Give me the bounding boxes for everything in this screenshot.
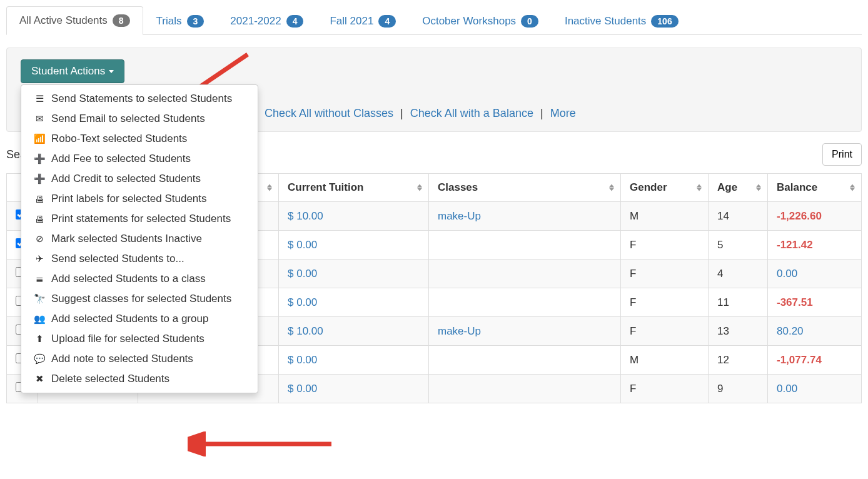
balance-value[interactable]: 80.20: [777, 325, 804, 337]
tab-label: All Active Students: [19, 14, 108, 27]
col-label: Gender: [630, 181, 667, 193]
dropdown-item-label: Add note to selected Students: [51, 353, 193, 365]
cell-age: 9: [709, 375, 768, 403]
col-classes[interactable]: Classes: [429, 174, 621, 202]
balance-value[interactable]: -367.51: [777, 296, 813, 308]
tab-fall-2021[interactable]: Fall 20214: [316, 6, 409, 35]
sort-icon: [417, 184, 422, 191]
tab-badge: 4: [286, 15, 304, 28]
dropdown-item-label: Add selected Students to a class: [51, 273, 206, 285]
cell-tuition: $ 0.00: [279, 346, 429, 375]
cell-classes: [429, 260, 621, 288]
tuition-link[interactable]: $ 0.00: [288, 239, 317, 251]
dropdown-item-suggest-classes-for-selected-students[interactable]: 🔭Suggest classes for selected Students: [21, 289, 258, 309]
cell-classes: [429, 231, 621, 260]
dropdown-item-print-statements-for-selected-students[interactable]: 🖶Print statements for selected Students: [21, 209, 258, 229]
cell-tuition: $ 10.00: [279, 202, 429, 231]
print-button[interactable]: Print: [822, 143, 862, 166]
student-actions-button[interactable]: Student Actions: [21, 59, 124, 83]
signal-icon: 📶: [34, 133, 45, 144]
tuition-link[interactable]: $ 10.00: [288, 210, 323, 222]
cell-age: 13: [709, 317, 768, 346]
balance-value[interactable]: -121.42: [777, 239, 813, 251]
plus-circle-icon: ➕: [34, 153, 45, 164]
tab-badge: 3: [187, 15, 204, 28]
tab-label: 2021-2022: [230, 15, 281, 28]
send-icon: ✈: [34, 253, 45, 265]
cell-classes: [429, 288, 621, 317]
more-link[interactable]: More: [550, 107, 576, 119]
tuition-link[interactable]: $ 0.00: [288, 296, 317, 308]
tab-all-active-students[interactable]: All Active Students8: [6, 6, 143, 35]
dropdown-item-upload-file-for-selected-students[interactable]: ⬆Upload file for selected Students: [21, 329, 258, 349]
dropdown-item-label: Robo-Text selected Students: [51, 133, 187, 145]
cell-gender: M: [621, 202, 709, 231]
check-with-balance-link[interactable]: Check All with a Balance: [410, 107, 533, 119]
tab-label: October Workshops: [422, 15, 516, 28]
class-link[interactable]: make-Up: [438, 325, 481, 337]
cell-gender: F: [621, 317, 709, 346]
binoculars-icon: 🔭: [34, 293, 45, 305]
dropdown-item-send-selected-students-to[interactable]: ✈Send selected Students to...: [21, 249, 258, 269]
cell-tuition: $ 10.00: [279, 317, 429, 346]
tab-badge: 8: [113, 14, 130, 27]
check-without-classes-link[interactable]: Check All without Classes: [265, 107, 393, 119]
tabs-bar: All Active Students8Trials32021-20224Fal…: [6, 6, 862, 35]
cell-age: 4: [709, 260, 768, 288]
tuition-link[interactable]: $ 0.00: [288, 268, 317, 280]
dropdown-item-send-statements-to-selected-students[interactable]: ☰Send Statements to selected Students: [21, 89, 258, 109]
tab-label: Trials: [156, 15, 182, 28]
dropdown-item-add-fee-to-selected-students[interactable]: ➕Add Fee to selected Students: [21, 149, 258, 169]
print-icon: 🖶: [34, 214, 45, 224]
dropdown-item-add-note-to-selected-students[interactable]: 💬Add note to selected Students: [21, 349, 258, 369]
balance-value[interactable]: -1,226.60: [777, 210, 822, 222]
upload-icon: ⬆: [34, 333, 45, 345]
tuition-link[interactable]: $ 0.00: [288, 354, 317, 366]
class-link[interactable]: make-Up: [438, 210, 481, 222]
dropdown-item-add-selected-students-to-a-group[interactable]: 👥Add selected Students to a group: [21, 309, 258, 329]
balance-value[interactable]: 0.00: [777, 383, 797, 395]
users-icon: 👥: [34, 313, 45, 325]
dropdown-item-mark-selected-students-inactive[interactable]: ⊘Mark selected Students Inactive: [21, 229, 258, 249]
dropdown-item-add-selected-students-to-a-class[interactable]: ≣Add selected Students to a class: [21, 269, 258, 289]
col-gender[interactable]: Gender: [621, 174, 709, 202]
dropdown-item-label: Upload file for selected Students: [51, 333, 204, 345]
col-label: Current Tuition: [288, 181, 364, 193]
dropdown-item-label: Add selected Students to a group: [51, 313, 208, 325]
sort-icon: [697, 184, 702, 191]
cell-tuition: $ 0.00: [279, 375, 429, 403]
plus-circle-icon: ➕: [34, 173, 45, 184]
ban-icon: ⊘: [34, 233, 45, 245]
tab-badge: 0: [521, 15, 538, 28]
mail-icon: ✉: [34, 113, 45, 124]
cell-age: 14: [709, 202, 768, 231]
balance-value[interactable]: -1,077.74: [777, 354, 822, 366]
col-balance[interactable]: Balance: [768, 174, 862, 202]
times-icon: ✖: [34, 373, 45, 385]
tab-inactive-students[interactable]: Inactive Students106: [552, 6, 692, 35]
cell-gender: F: [621, 260, 709, 288]
cell-balance: -367.51: [768, 288, 862, 317]
dropdown-item-delete-selected-students[interactable]: ✖Delete selected Students: [21, 369, 258, 389]
dropdown-item-label: Send selected Students to...: [51, 253, 184, 265]
dropdown-item-label: Print statements for selected Students: [51, 213, 231, 225]
col-age[interactable]: Age: [709, 174, 768, 202]
balance-value[interactable]: 0.00: [777, 268, 797, 280]
tab-badge: 106: [651, 15, 678, 28]
cell-balance: -1,226.60: [768, 202, 862, 231]
tab-trials[interactable]: Trials3: [143, 6, 218, 35]
col-label: Classes: [438, 181, 478, 193]
cell-balance: 80.20: [768, 317, 862, 346]
dropdown-item-add-credit-to-selected-students[interactable]: ➕Add Credit to selected Students: [21, 169, 258, 189]
cell-tuition: $ 0.00: [279, 260, 429, 288]
tab-october-workshops[interactable]: October Workshops0: [409, 6, 552, 35]
dropdown-item-send-email-to-selected-students[interactable]: ✉Send Email to selected Students: [21, 109, 258, 129]
dropdown-item-robo-text-selected-students[interactable]: 📶Robo-Text selected Students: [21, 129, 258, 149]
cell-age: 12: [709, 346, 768, 375]
tab-2021-2022[interactable]: 2021-20224: [217, 6, 316, 35]
dropdown-item-print-labels-for-selected-students[interactable]: 🖶Print labels for selected Students: [21, 189, 258, 209]
col-current-tuition[interactable]: Current Tuition: [279, 174, 429, 202]
tuition-link[interactable]: $ 10.00: [288, 325, 323, 337]
tuition-link[interactable]: $ 0.00: [288, 383, 317, 395]
sort-icon: [267, 184, 272, 191]
